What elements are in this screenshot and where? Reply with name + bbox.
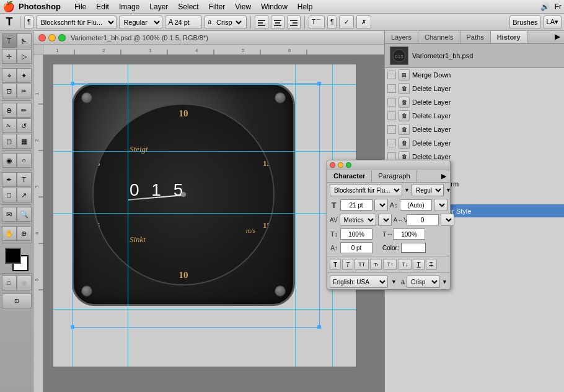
- brushes-btn[interactable]: Brushes: [509, 15, 540, 29]
- hand-tool-btn[interactable]: ✋: [2, 226, 17, 241]
- char-super-btn[interactable]: T↑: [383, 259, 397, 270]
- apple-menu[interactable]: 🍎: [2, 1, 15, 12]
- menu-edit[interactable]: Edit: [91, 2, 114, 11]
- history-item-delete1[interactable]: 🗑 Delete Layer: [385, 82, 564, 95]
- char-font-style-select[interactable]: Regular: [412, 184, 444, 196]
- char-tab-paragraph[interactable]: Paragraph: [372, 170, 416, 182]
- selection-tool-btn[interactable]: ▷: [17, 49, 32, 64]
- history-checkbox-4[interactable]: [387, 111, 396, 120]
- menu-image[interactable]: Image: [114, 2, 144, 11]
- handle-tl[interactable]: [71, 82, 74, 85]
- menu-help[interactable]: Help: [293, 2, 318, 11]
- char-anti-alias-select[interactable]: Crisp: [407, 276, 440, 288]
- handle-br[interactable]: [317, 325, 321, 329]
- blur-tool-btn[interactable]: ◉: [2, 153, 17, 168]
- path-tool-btn[interactable]: ⊱: [17, 33, 32, 48]
- history-checkbox-5[interactable]: [387, 125, 396, 134]
- menu-layer[interactable]: Layer: [144, 2, 173, 11]
- pen-tool-btn[interactable]: ✒: [2, 172, 17, 187]
- cancel-btn[interactable]: ✗: [356, 15, 371, 29]
- char-panel-minimize-btn[interactable]: [338, 162, 343, 168]
- history-item-delete5[interactable]: 🗑 Delete Layer: [385, 136, 564, 150]
- font-size-area[interactable]: A 24 pt: [165, 15, 202, 29]
- history-brush-btn[interactable]: ↺: [17, 118, 32, 133]
- dodge-tool-btn[interactable]: ○: [17, 153, 32, 168]
- quick-mask-btn[interactable]: ◎: [17, 276, 32, 290]
- minimize-window-btn[interactable]: [48, 34, 56, 41]
- align-left-btn[interactable]: [255, 15, 268, 29]
- char-tracking-arrow[interactable]: ▼: [378, 214, 392, 226]
- brush-tool-btn[interactable]: ✏: [17, 103, 32, 118]
- char-panel-close-btn[interactable]: [330, 162, 335, 168]
- menu-window[interactable]: Window: [256, 2, 293, 11]
- notes-tool-btn[interactable]: ✉: [2, 207, 17, 222]
- char-panel-zoom-btn[interactable]: [346, 162, 351, 168]
- menu-filter[interactable]: Filter: [204, 2, 231, 11]
- history-checkbox-1[interactable]: [387, 71, 396, 79]
- gradient-tool-btn[interactable]: ▦: [17, 134, 32, 149]
- char-bold-btn[interactable]: T: [330, 259, 341, 270]
- char-sub-btn[interactable]: T↓: [398, 259, 412, 270]
- path-select-btn[interactable]: ↗: [17, 188, 32, 203]
- text-tool-btn2[interactable]: T: [17, 172, 32, 187]
- char-vert-scale-input[interactable]: [340, 229, 372, 240]
- char-horiz-scale-input[interactable]: [393, 229, 425, 240]
- anti-alias-select[interactable]: Crisp: [213, 15, 244, 29]
- char-font-size-select[interactable]: ▼: [374, 199, 388, 211]
- char-language-select[interactable]: English: USA: [330, 276, 388, 288]
- history-checkbox-6[interactable]: [387, 139, 396, 147]
- layers-btn[interactable]: LA▾: [544, 15, 562, 29]
- history-checkbox-2[interactable]: [387, 84, 396, 93]
- char-font-family-select[interactable]: Blockschrift für Flu...: [330, 184, 402, 196]
- magic-wand-btn[interactable]: ✦: [17, 68, 32, 83]
- char-leading-input[interactable]: [400, 199, 432, 211]
- char-para-btn[interactable]: ¶: [327, 15, 337, 29]
- maximize-window-btn[interactable]: [58, 34, 66, 41]
- char-tracking-select[interactable]: Metrics: [340, 214, 376, 226]
- lasso-tool-btn[interactable]: ⌖: [2, 68, 17, 83]
- panel-menu-btn[interactable]: ▶: [551, 31, 564, 43]
- menu-view[interactable]: View: [230, 2, 256, 11]
- char-strikethrough-btn[interactable]: T: [426, 259, 437, 270]
- history-item-delete2[interactable]: 🗑 Delete Layer: [385, 95, 564, 109]
- screen-mode-btn[interactable]: ⊡: [2, 294, 32, 308]
- char-panel-menu-btn[interactable]: ▶: [438, 170, 450, 182]
- menu-file[interactable]: File: [69, 2, 91, 11]
- commit-btn[interactable]: ✓: [339, 15, 354, 29]
- history-item-delete3[interactable]: 🗑 Delete Layer: [385, 109, 564, 123]
- standard-mode-btn[interactable]: □: [2, 276, 17, 290]
- text-tool-btn[interactable]: T: [2, 33, 17, 48]
- crop-tool-btn[interactable]: ⊡: [2, 84, 17, 98]
- char-caps-btn[interactable]: TT: [355, 259, 369, 270]
- align-right-btn[interactable]: [287, 15, 301, 29]
- char-font-size-input[interactable]: [340, 199, 372, 211]
- eyedrop-tool-btn[interactable]: 🔍: [17, 207, 32, 222]
- tab-channels[interactable]: Channels: [418, 31, 460, 43]
- anti-alias-btn[interactable]: a Crisp: [205, 15, 247, 29]
- char-leading-select[interactable]: ▼: [434, 199, 447, 211]
- clone-tool-btn[interactable]: ✁: [2, 118, 17, 133]
- tab-layers[interactable]: Layers: [385, 31, 418, 43]
- menu-select[interactable]: Select: [173, 2, 203, 11]
- char-kerning-input[interactable]: [407, 214, 439, 225]
- warp-text-btn[interactable]: T⌒: [309, 15, 325, 29]
- eraser-tool-btn[interactable]: ◻: [2, 134, 17, 149]
- history-item-merge-down[interactable]: ⊞ Merge Down: [385, 68, 564, 82]
- foreground-color-box[interactable]: [5, 248, 21, 264]
- zoom-tool-btn[interactable]: ⊕: [17, 226, 32, 241]
- tab-paths[interactable]: Paths: [460, 31, 491, 43]
- align-center-btn[interactable]: [271, 15, 284, 29]
- char-baseline-input[interactable]: [340, 242, 372, 253]
- char-tab-character[interactable]: Character: [327, 170, 372, 182]
- font-style-select[interactable]: Regular: [119, 15, 162, 29]
- history-checkbox-3[interactable]: [387, 98, 396, 107]
- char-italic-btn[interactable]: T: [342, 259, 353, 270]
- handle-tr[interactable]: [317, 82, 321, 85]
- char-underline-btn[interactable]: T: [413, 259, 424, 270]
- move-tool-btn[interactable]: ✛: [2, 49, 17, 64]
- shape-tool-btn[interactable]: □: [2, 188, 17, 203]
- char-color-swatch[interactable]: [401, 243, 426, 253]
- char-panel-toggle-btn[interactable]: ¶: [24, 15, 33, 29]
- close-window-btn[interactable]: [38, 34, 46, 41]
- font-family-select[interactable]: Blockschrift für Flu...: [36, 15, 117, 29]
